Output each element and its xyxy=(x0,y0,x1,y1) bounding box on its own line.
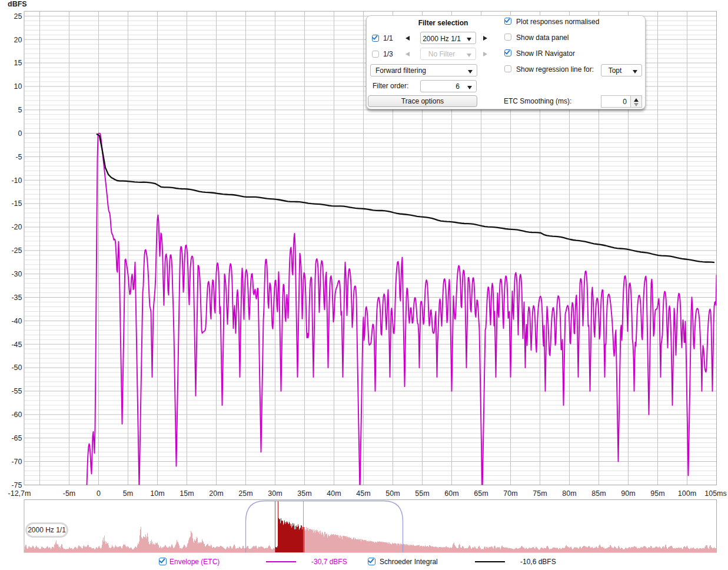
svg-text:70m: 70m xyxy=(503,489,517,498)
svg-text:-55: -55 xyxy=(11,387,22,395)
svg-text:-12,7m: -12,7m xyxy=(8,489,31,498)
svg-text:-45: -45 xyxy=(11,341,22,349)
svg-text:40m: 40m xyxy=(327,489,341,498)
svg-text:-10: -10 xyxy=(11,176,22,185)
svg-text:-5m: -5m xyxy=(63,489,76,498)
svg-text:20: 20 xyxy=(14,36,22,44)
svg-text:50m: 50m xyxy=(385,489,400,498)
svg-text:-40: -40 xyxy=(11,317,22,325)
svg-text:-35: -35 xyxy=(11,294,22,302)
svg-text:-15: -15 xyxy=(11,199,22,208)
svg-text:60m: 60m xyxy=(444,489,458,498)
svg-text:-30: -30 xyxy=(11,270,22,278)
svg-text:30m: 30m xyxy=(268,489,282,498)
svg-text:65m: 65m xyxy=(474,489,488,498)
svg-text:20m: 20m xyxy=(209,489,223,498)
svg-text:-5: -5 xyxy=(15,153,22,161)
svg-text:10m: 10m xyxy=(150,489,164,498)
svg-text:15m: 15m xyxy=(179,489,194,498)
svg-text:-75: -75 xyxy=(11,481,22,489)
svg-text:10: 10 xyxy=(14,82,22,91)
svg-text:95m: 95m xyxy=(650,489,664,498)
svg-text:-70: -70 xyxy=(11,458,22,466)
svg-text:75m: 75m xyxy=(533,489,547,498)
svg-text:15: 15 xyxy=(14,59,22,67)
svg-text:105ms: 105ms xyxy=(704,489,727,498)
svg-text:45m: 45m xyxy=(356,489,370,498)
svg-text:80m: 80m xyxy=(562,489,576,498)
svg-text:-60: -60 xyxy=(11,411,22,419)
svg-text:25m: 25m xyxy=(238,489,252,498)
svg-text:-20: -20 xyxy=(11,223,22,231)
svg-text:100m: 100m xyxy=(678,489,696,498)
svg-text:5m: 5m xyxy=(123,489,133,498)
svg-text:55m: 55m xyxy=(415,489,429,498)
svg-text:85m: 85m xyxy=(591,489,606,498)
svg-text:0: 0 xyxy=(97,489,101,498)
svg-text:-50: -50 xyxy=(11,364,22,372)
svg-text:90m: 90m xyxy=(621,489,635,498)
svg-text:5: 5 xyxy=(18,106,22,114)
svg-text:-65: -65 xyxy=(11,434,22,442)
svg-text:-25: -25 xyxy=(11,246,22,255)
svg-text:0: 0 xyxy=(18,129,22,138)
svg-text:35m: 35m xyxy=(297,489,311,498)
svg-text:25: 25 xyxy=(14,12,22,21)
